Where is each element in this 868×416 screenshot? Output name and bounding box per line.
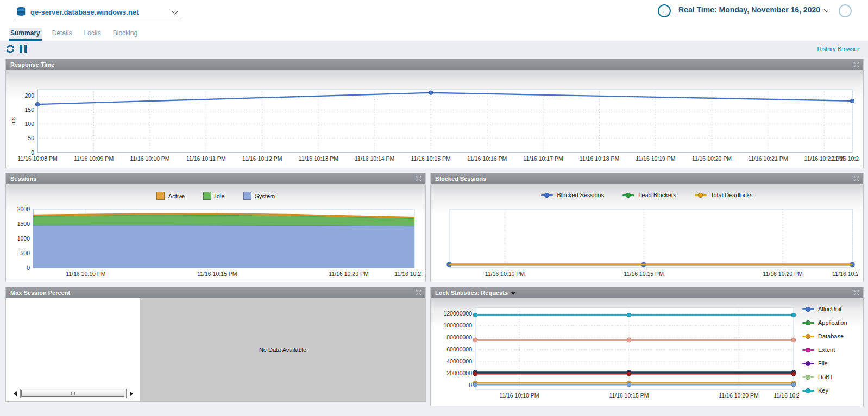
svg-text:20000000: 20000000 <box>446 370 472 376</box>
legend-swatch <box>203 192 211 200</box>
legend-item: Application <box>802 319 861 326</box>
svg-text:80000000: 80000000 <box>446 334 472 341</box>
scrollbar-thumb[interactable] <box>21 390 124 397</box>
refresh-icon[interactable] <box>5 44 15 55</box>
svg-text:11/16 10:08 PM: 11/16 10:08 PM <box>17 155 57 162</box>
arrow-right-circle-icon[interactable]: → <box>839 4 852 17</box>
max-session-percent-list <box>6 298 140 401</box>
svg-text:11/16 10:15 PM: 11/16 10:15 PM <box>624 270 664 277</box>
legend-line-dot-marker <box>695 193 707 198</box>
svg-text:11/16 10:10 PM: 11/16 10:10 PM <box>130 155 169 162</box>
legend-item: AllocUnit <box>802 306 861 312</box>
svg-text:11/16 10:22 PM: 11/16 10:22 PM <box>832 155 859 162</box>
svg-text:11/16 10:14 PM: 11/16 10:14 PM <box>355 155 394 162</box>
legend-label: Key <box>818 387 828 394</box>
history-browser-link[interactable]: History Browser <box>817 46 859 52</box>
no-data-label: No Data Available <box>259 346 306 353</box>
panel-title: Blocked Sessions <box>435 175 486 182</box>
svg-text:11/16 10:18 PM: 11/16 10:18 PM <box>580 155 619 162</box>
dropdown-arrow-icon[interactable] <box>511 292 515 295</box>
server-selector[interactable]: qe-server.database.windows.net <box>15 5 181 20</box>
panel-max-session-percent: Max Session Percent ↖↗↙↘ No Data Availab… <box>5 287 426 402</box>
legend-item: Active <box>156 192 185 200</box>
svg-text:0: 0 <box>27 264 30 271</box>
svg-text:11/16 10:20 PM: 11/16 10:20 PM <box>692 155 732 162</box>
lock-statistics-chart: 0200000004000000060000000800000001000000… <box>434 301 799 406</box>
legend-item: Idle <box>203 192 225 200</box>
horizontal-scrollbar <box>11 389 135 398</box>
legend-item: Blocked Sessions <box>541 192 604 198</box>
svg-text:120000000: 120000000 <box>443 310 472 317</box>
time-range-dropdown[interactable]: Real Time: Monday, November 16, 2020 <box>675 4 834 17</box>
tab-summary[interactable]: Summary <box>9 28 42 41</box>
legend-label: File <box>818 360 828 367</box>
sessions-legend: ActiveIdleSystem <box>6 192 425 200</box>
scrollbar-track[interactable] <box>20 389 127 398</box>
svg-text:2000: 2000 <box>17 207 30 212</box>
legend-item: System <box>243 192 275 200</box>
svg-text:11/16 10:22 PM: 11/16 10:22 PM <box>832 270 858 277</box>
svg-text:11/16 10:10 PM: 11/16 10:10 PM <box>499 392 539 399</box>
tab-details[interactable]: Details <box>51 28 74 41</box>
panel-title: Lock Statistics: Requests <box>435 289 508 296</box>
legend-line-dot-marker <box>802 307 814 312</box>
expand-icon[interactable]: ↖↗↙↘ <box>853 61 860 68</box>
server-name: qe-server.database.windows.net <box>30 8 169 16</box>
scroll-left-arrow[interactable] <box>11 389 19 398</box>
legend-item: HoBT <box>802 374 861 380</box>
expand-icon[interactable]: ↖↗↙↘ <box>416 289 422 296</box>
expand-icon[interactable]: ↖↗↙↘ <box>853 175 860 182</box>
svg-text:11/16 10:21 PM: 11/16 10:21 PM <box>748 155 788 162</box>
svg-text:11/16 10:20 PM: 11/16 10:20 PM <box>329 270 368 277</box>
legend-line-dot-marker <box>802 388 814 393</box>
legend-line-dot-marker <box>802 348 814 352</box>
panel-title: Max Session Percent <box>10 289 70 296</box>
svg-text:11/16 10:13 PM: 11/16 10:13 PM <box>299 155 338 162</box>
svg-text:1000: 1000 <box>17 235 30 242</box>
expand-icon[interactable]: ↖↗↙↘ <box>416 175 422 182</box>
svg-text:500: 500 <box>20 250 30 256</box>
time-range-label: Real Time: Monday, November 16, 2020 <box>678 5 820 14</box>
svg-text:0: 0 <box>31 149 34 156</box>
legend-label: Blocked Sessions <box>557 192 604 198</box>
scroll-right-arrow[interactable] <box>128 389 135 398</box>
chevron-down-icon <box>823 6 829 12</box>
svg-text:11/16 10:22 PM: 11/16 10:22 PM <box>394 270 422 277</box>
legend-label: System <box>255 193 275 199</box>
svg-text:50: 50 <box>28 135 34 141</box>
svg-text:200: 200 <box>24 92 34 99</box>
tab-bar: Summary Details Locks Blocking <box>9 28 139 41</box>
arrow-left-circle-icon[interactable]: ← <box>658 4 671 17</box>
svg-text:11/16 10:20 PM: 11/16 10:20 PM <box>763 270 802 277</box>
panel-sessions: Sessions ↖↗↙↘ ActiveIdleSystem 050010001… <box>5 173 426 282</box>
legend-label: Total Deadlocks <box>710 192 753 198</box>
svg-text:11/16 10:17 PM: 11/16 10:17 PM <box>523 155 563 162</box>
panel-header-lock-statistics: Lock Statistics: Requests ↖↗↙↘ <box>431 287 863 298</box>
legend-item: Extent <box>802 346 861 353</box>
svg-text:11/16 10:09 PM: 11/16 10:09 PM <box>74 155 114 162</box>
legend-label: Active <box>168 193 185 199</box>
panel-header-max-session-percent: Max Session Percent ↖↗↙↘ <box>6 287 425 298</box>
svg-text:40000000: 40000000 <box>446 358 472 364</box>
legend-item: Database <box>802 333 861 339</box>
blocked-sessions-chart: 11/16 10:10 PM11/16 10:15 PM11/16 10:20 … <box>435 207 858 282</box>
panel-header-response-time: Response Time ↖↗↙↘ <box>6 59 863 70</box>
lock-statistics-legend: AllocUnitApplicationDatabaseExtentFileHo… <box>802 306 861 401</box>
svg-text:100000000: 100000000 <box>443 322 472 329</box>
svg-text:100: 100 <box>24 121 34 127</box>
sessions-chart: 050010001500200011/16 10:10 PM11/16 10:1… <box>8 207 422 282</box>
svg-text:11/16 10:10 PM: 11/16 10:10 PM <box>485 270 525 277</box>
pause-icon[interactable] <box>20 45 27 53</box>
tab-blocking[interactable]: Blocking <box>111 28 139 41</box>
legend-label: AllocUnit <box>818 306 841 312</box>
blocked-sessions-legend: Blocked SessionsLead BlockersTotal Deadl… <box>431 192 863 198</box>
database-server-icon <box>16 7 27 17</box>
tab-locks[interactable]: Locks <box>82 28 102 41</box>
svg-text:11/16 10:10 PM: 11/16 10:10 PM <box>66 270 105 277</box>
chevron-down-icon <box>172 8 178 14</box>
legend-label: HoBT <box>818 374 833 380</box>
svg-text:150: 150 <box>24 106 34 113</box>
svg-text:1500: 1500 <box>17 220 30 227</box>
expand-icon[interactable]: ↖↗↙↘ <box>853 289 860 296</box>
svg-text:11/16 10:11 PM: 11/16 10:11 PM <box>186 155 226 162</box>
